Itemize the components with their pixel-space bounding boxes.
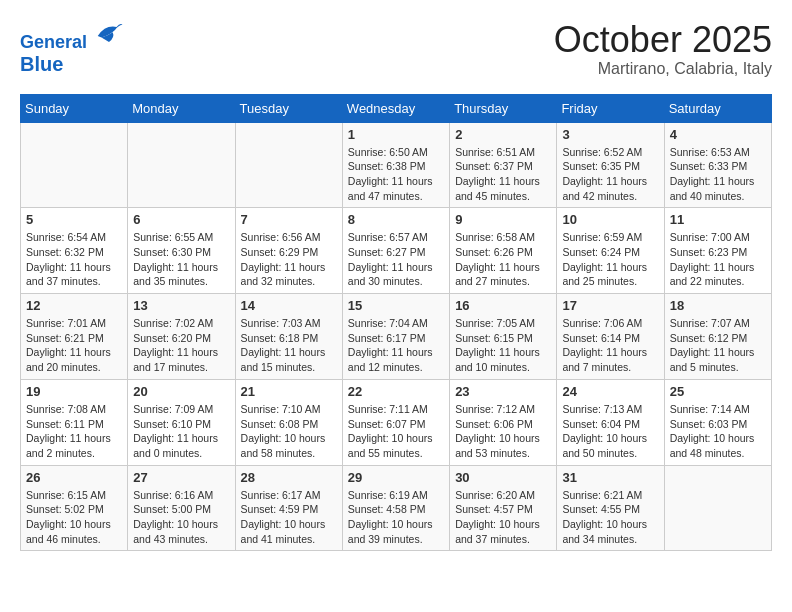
logo-bird-icon: [94, 20, 124, 48]
calendar-cell: 3Sunrise: 6:52 AM Sunset: 6:35 PM Daylig…: [557, 122, 664, 208]
day-number: 12: [26, 298, 122, 313]
calendar-cell: 20Sunrise: 7:09 AM Sunset: 6:10 PM Dayli…: [128, 379, 235, 465]
day-number: 3: [562, 127, 658, 142]
day-number: 5: [26, 212, 122, 227]
calendar-cell: 28Sunrise: 6:17 AM Sunset: 4:59 PM Dayli…: [235, 465, 342, 551]
calendar-cell: 4Sunrise: 6:53 AM Sunset: 6:33 PM Daylig…: [664, 122, 771, 208]
day-info: Sunrise: 6:57 AM Sunset: 6:27 PM Dayligh…: [348, 230, 444, 289]
header-thursday: Thursday: [450, 94, 557, 122]
day-info: Sunrise: 7:09 AM Sunset: 6:10 PM Dayligh…: [133, 402, 229, 461]
day-number: 26: [26, 470, 122, 485]
calendar-cell: 27Sunrise: 6:16 AM Sunset: 5:00 PM Dayli…: [128, 465, 235, 551]
calendar-cell: 25Sunrise: 7:14 AM Sunset: 6:03 PM Dayli…: [664, 379, 771, 465]
calendar-cell: 11Sunrise: 7:00 AM Sunset: 6:23 PM Dayli…: [664, 208, 771, 294]
day-number: 19: [26, 384, 122, 399]
day-info: Sunrise: 7:06 AM Sunset: 6:14 PM Dayligh…: [562, 316, 658, 375]
day-number: 20: [133, 384, 229, 399]
day-info: Sunrise: 7:11 AM Sunset: 6:07 PM Dayligh…: [348, 402, 444, 461]
day-info: Sunrise: 7:05 AM Sunset: 6:15 PM Dayligh…: [455, 316, 551, 375]
calendar-cell: 22Sunrise: 7:11 AM Sunset: 6:07 PM Dayli…: [342, 379, 449, 465]
day-info: Sunrise: 6:59 AM Sunset: 6:24 PM Dayligh…: [562, 230, 658, 289]
calendar-cell: 21Sunrise: 7:10 AM Sunset: 6:08 PM Dayli…: [235, 379, 342, 465]
day-info: Sunrise: 6:20 AM Sunset: 4:57 PM Dayligh…: [455, 488, 551, 547]
day-number: 30: [455, 470, 551, 485]
day-number: 25: [670, 384, 766, 399]
day-number: 31: [562, 470, 658, 485]
logo-text: General: [20, 20, 124, 53]
calendar-cell: 6Sunrise: 6:55 AM Sunset: 6:30 PM Daylig…: [128, 208, 235, 294]
week-row-0: 1Sunrise: 6:50 AM Sunset: 6:38 PM Daylig…: [21, 122, 772, 208]
day-info: Sunrise: 7:10 AM Sunset: 6:08 PM Dayligh…: [241, 402, 337, 461]
calendar-cell: 7Sunrise: 6:56 AM Sunset: 6:29 PM Daylig…: [235, 208, 342, 294]
day-info: Sunrise: 7:13 AM Sunset: 6:04 PM Dayligh…: [562, 402, 658, 461]
calendar-cell: 13Sunrise: 7:02 AM Sunset: 6:20 PM Dayli…: [128, 294, 235, 380]
header-monday: Monday: [128, 94, 235, 122]
day-number: 22: [348, 384, 444, 399]
day-info: Sunrise: 6:17 AM Sunset: 4:59 PM Dayligh…: [241, 488, 337, 547]
day-info: Sunrise: 6:53 AM Sunset: 6:33 PM Dayligh…: [670, 145, 766, 204]
day-number: 24: [562, 384, 658, 399]
day-info: Sunrise: 7:12 AM Sunset: 6:06 PM Dayligh…: [455, 402, 551, 461]
calendar-cell: 18Sunrise: 7:07 AM Sunset: 6:12 PM Dayli…: [664, 294, 771, 380]
calendar-cell: 23Sunrise: 7:12 AM Sunset: 6:06 PM Dayli…: [450, 379, 557, 465]
day-number: 1: [348, 127, 444, 142]
calendar-cell: 12Sunrise: 7:01 AM Sunset: 6:21 PM Dayli…: [21, 294, 128, 380]
day-number: 17: [562, 298, 658, 313]
calendar-cell: 14Sunrise: 7:03 AM Sunset: 6:18 PM Dayli…: [235, 294, 342, 380]
day-number: 29: [348, 470, 444, 485]
day-info: Sunrise: 7:07 AM Sunset: 6:12 PM Dayligh…: [670, 316, 766, 375]
day-number: 14: [241, 298, 337, 313]
day-info: Sunrise: 6:21 AM Sunset: 4:55 PM Dayligh…: [562, 488, 658, 547]
day-number: 6: [133, 212, 229, 227]
header-friday: Friday: [557, 94, 664, 122]
calendar-cell: 16Sunrise: 7:05 AM Sunset: 6:15 PM Dayli…: [450, 294, 557, 380]
title-block: October 2025 Martirano, Calabria, Italy: [554, 20, 772, 78]
week-row-2: 12Sunrise: 7:01 AM Sunset: 6:21 PM Dayli…: [21, 294, 772, 380]
day-info: Sunrise: 6:55 AM Sunset: 6:30 PM Dayligh…: [133, 230, 229, 289]
calendar-cell: 26Sunrise: 6:15 AM Sunset: 5:02 PM Dayli…: [21, 465, 128, 551]
day-number: 15: [348, 298, 444, 313]
calendar-header-row: SundayMondayTuesdayWednesdayThursdayFrid…: [21, 94, 772, 122]
day-number: 21: [241, 384, 337, 399]
calendar-cell: [128, 122, 235, 208]
day-info: Sunrise: 7:08 AM Sunset: 6:11 PM Dayligh…: [26, 402, 122, 461]
calendar-cell: [235, 122, 342, 208]
day-info: Sunrise: 7:03 AM Sunset: 6:18 PM Dayligh…: [241, 316, 337, 375]
location: Martirano, Calabria, Italy: [554, 60, 772, 78]
calendar-table: SundayMondayTuesdayWednesdayThursdayFrid…: [20, 94, 772, 552]
day-info: Sunrise: 7:00 AM Sunset: 6:23 PM Dayligh…: [670, 230, 766, 289]
day-info: Sunrise: 6:50 AM Sunset: 6:38 PM Dayligh…: [348, 145, 444, 204]
calendar-cell: 29Sunrise: 6:19 AM Sunset: 4:58 PM Dayli…: [342, 465, 449, 551]
day-number: 28: [241, 470, 337, 485]
day-info: Sunrise: 7:02 AM Sunset: 6:20 PM Dayligh…: [133, 316, 229, 375]
calendar-cell: 30Sunrise: 6:20 AM Sunset: 4:57 PM Dayli…: [450, 465, 557, 551]
calendar-cell: 19Sunrise: 7:08 AM Sunset: 6:11 PM Dayli…: [21, 379, 128, 465]
day-info: Sunrise: 7:01 AM Sunset: 6:21 PM Dayligh…: [26, 316, 122, 375]
day-number: 16: [455, 298, 551, 313]
logo: General Blue: [20, 20, 124, 75]
day-number: 2: [455, 127, 551, 142]
day-info: Sunrise: 6:15 AM Sunset: 5:02 PM Dayligh…: [26, 488, 122, 547]
day-number: 8: [348, 212, 444, 227]
day-info: Sunrise: 6:52 AM Sunset: 6:35 PM Dayligh…: [562, 145, 658, 204]
calendar-cell: [21, 122, 128, 208]
day-info: Sunrise: 6:56 AM Sunset: 6:29 PM Dayligh…: [241, 230, 337, 289]
calendar-cell: 15Sunrise: 7:04 AM Sunset: 6:17 PM Dayli…: [342, 294, 449, 380]
calendar-cell: 10Sunrise: 6:59 AM Sunset: 6:24 PM Dayli…: [557, 208, 664, 294]
day-number: 23: [455, 384, 551, 399]
day-info: Sunrise: 6:54 AM Sunset: 6:32 PM Dayligh…: [26, 230, 122, 289]
calendar-cell: 9Sunrise: 6:58 AM Sunset: 6:26 PM Daylig…: [450, 208, 557, 294]
day-info: Sunrise: 6:58 AM Sunset: 6:26 PM Dayligh…: [455, 230, 551, 289]
calendar-cell: 17Sunrise: 7:06 AM Sunset: 6:14 PM Dayli…: [557, 294, 664, 380]
header-wednesday: Wednesday: [342, 94, 449, 122]
calendar-cell: 5Sunrise: 6:54 AM Sunset: 6:32 PM Daylig…: [21, 208, 128, 294]
day-number: 10: [562, 212, 658, 227]
header-saturday: Saturday: [664, 94, 771, 122]
day-info: Sunrise: 6:51 AM Sunset: 6:37 PM Dayligh…: [455, 145, 551, 204]
day-number: 11: [670, 212, 766, 227]
day-number: 27: [133, 470, 229, 485]
logo-blue: Blue: [20, 53, 124, 75]
day-number: 13: [133, 298, 229, 313]
month-title: October 2025: [554, 20, 772, 60]
calendar-cell: 31Sunrise: 6:21 AM Sunset: 4:55 PM Dayli…: [557, 465, 664, 551]
